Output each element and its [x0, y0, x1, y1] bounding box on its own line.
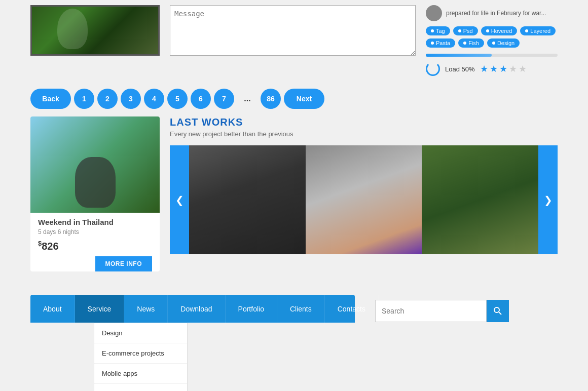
travel-card: Weekend in Thailand 5 days 6 nights $826… — [30, 116, 160, 271]
nav-item-portfolio[interactable]: Portfolio — [226, 295, 277, 323]
progress-fill — [426, 54, 492, 57]
stars-container: ★ ★ ★ ★ ★ — [480, 63, 527, 74]
tag-layered[interactable]: Layered — [520, 26, 556, 35]
more-info-button[interactable]: MORE INFO — [95, 256, 153, 271]
pagination: Back 1 2 3 4 5 6 7 ... 86 Next — [0, 81, 588, 116]
page-6-button[interactable]: 6 — [191, 89, 211, 109]
footer-nav: About Service News Download Portfolio Cl… — [30, 295, 355, 323]
tag-design[interactable]: Design — [487, 38, 520, 48]
svg-point-0 — [494, 307, 499, 312]
gallery-image-1 — [189, 145, 306, 254]
search-area — [375, 300, 509, 322]
star-5[interactable]: ★ — [519, 63, 527, 74]
avatar — [426, 5, 442, 21]
star-2[interactable]: ★ — [490, 63, 498, 74]
page-1-button[interactable]: 1 — [74, 89, 94, 109]
right-panel: prepared for life in February for war...… — [426, 5, 558, 76]
page-3-button[interactable]: 3 — [121, 89, 141, 109]
nav-item-about[interactable]: About — [30, 295, 75, 323]
page-7-button[interactable]: 7 — [214, 89, 234, 109]
gallery-image-2 — [306, 145, 422, 254]
message-input[interactable] — [170, 5, 416, 56]
progress-bar — [426, 54, 558, 57]
nav-bar: About Service News Download Portfolio Cl… — [30, 295, 355, 323]
reload-icon[interactable] — [426, 62, 440, 76]
travel-price: $826 — [38, 240, 152, 252]
nav-item-download[interactable]: Download — [168, 295, 225, 323]
carousel-images — [189, 145, 538, 254]
frog-figure — [75, 157, 116, 208]
svg-line-1 — [499, 312, 501, 315]
tag-pasta[interactable]: Pasta — [426, 38, 455, 48]
carousel-prev-button[interactable]: ❮ — [170, 145, 189, 254]
nav-item-contacts[interactable]: Contacts — [325, 295, 379, 323]
user-text: prepared for life in February for war... — [446, 10, 546, 17]
page-86-button[interactable]: 86 — [261, 89, 281, 109]
tag-fish[interactable]: Fish — [458, 38, 484, 48]
star-4[interactable]: ★ — [509, 63, 517, 74]
page-2-button[interactable]: 2 — [97, 89, 118, 109]
star-3[interactable]: ★ — [499, 63, 507, 74]
next-button[interactable]: Next — [284, 89, 324, 109]
footer-nav-area: About Service News Download Portfolio Cl… — [0, 295, 588, 391]
travel-title: Weekend in Thailand — [38, 218, 152, 226]
last-works-title: LAST WORKS — [170, 116, 558, 128]
load-text: Load 50% — [445, 65, 475, 73]
last-works-subtitle: Every new project better than the previo… — [170, 130, 558, 138]
back-button[interactable]: Back — [30, 89, 71, 109]
tag-hovered[interactable]: Hovered — [481, 26, 518, 35]
travel-duration: 5 days 6 nights — [38, 228, 152, 236]
dropdown-menu: Design E-commerce projects Mobile apps S… — [94, 323, 188, 391]
star-1[interactable]: ★ — [480, 63, 488, 74]
top-left-image — [30, 5, 160, 56]
search-icon — [493, 306, 502, 316]
search-button[interactable] — [487, 300, 509, 322]
carousel-next-button[interactable]: ❯ — [538, 145, 558, 254]
gallery-image-3 — [422, 145, 538, 254]
dropdown-item-mobile[interactable]: Mobile apps — [94, 364, 187, 384]
tags-container: Tag Psd Hovered Layered Pasta Fish Desig… — [426, 26, 558, 48]
tag-tag[interactable]: Tag — [426, 26, 450, 35]
dropdown-item-design[interactable]: Design — [94, 323, 187, 343]
nav-item-clients[interactable]: Clients — [277, 295, 325, 323]
nav-item-service[interactable]: Service — [75, 295, 125, 323]
travel-image — [30, 116, 160, 213]
tag-psd[interactable]: Psd — [453, 26, 478, 35]
page-ellipsis: ... — [237, 89, 258, 109]
dropdown-item-ecommerce[interactable]: E-commerce projects — [94, 343, 187, 364]
last-works-content: LAST WORKS Every new project better than… — [170, 116, 558, 271]
gallery-carousel: ❮ ❯ — [170, 145, 558, 254]
nav-item-news[interactable]: News — [124, 295, 168, 323]
page-4-button[interactable]: 4 — [144, 89, 164, 109]
dropdown-item-super[interactable]: Super duper things — [94, 384, 187, 391]
page-5-button[interactable]: 5 — [167, 89, 188, 109]
search-input[interactable] — [375, 300, 487, 322]
last-works-section: Weekend in Thailand 5 days 6 nights $826… — [0, 116, 588, 282]
